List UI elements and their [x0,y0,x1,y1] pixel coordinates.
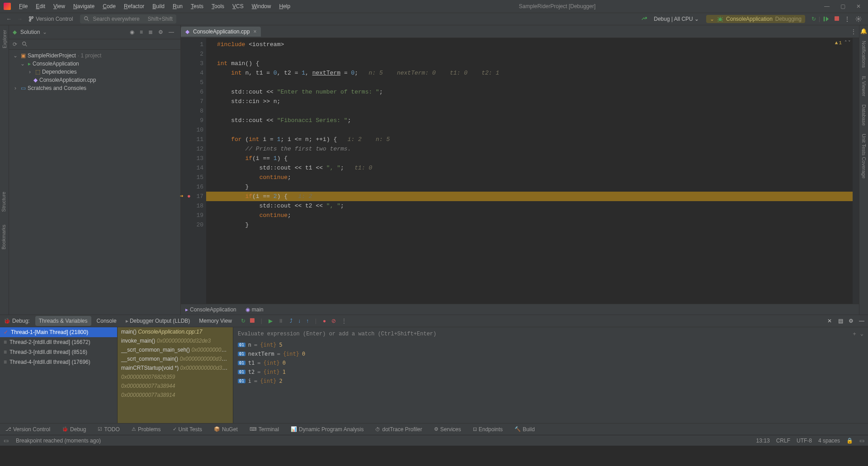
frame-row[interactable]: 0x0000000077a38914 [118,391,233,400]
frame-row[interactable]: main() ConsoleApplication.cpp:17 [118,327,233,336]
frame-row[interactable]: __scrt_common_main_seh() 0x0000000000d32… [118,345,233,354]
bottom-tool-dynamic-program-analysis[interactable]: 📊 Dynamic Program Analysis [289,425,365,433]
editor-more-button[interactable]: ⋮ [848,27,859,37]
tree-app-node[interactable]: ⌄ ▸ ConsoleApplication [12,60,178,68]
debug-hide-button[interactable]: — [859,318,864,324]
frame-row[interactable]: mainCRTStartup(void *) 0x0000000000d32e6… [118,363,233,372]
indent-setting[interactable]: 4 spaces [818,438,840,444]
solution-hide-button[interactable]: — [166,27,177,37]
menu-file[interactable]: File [15,1,31,11]
frame-row[interactable]: invoke_main() 0x0000000000d32de3 [118,336,233,345]
code-area[interactable]: #include <iostream> int main() { int n, … [206,38,859,304]
pause-program-button[interactable]: ⏸ [278,318,283,324]
bottom-tool-endpoints[interactable]: ⊡ Endpoints [471,425,505,433]
notifications-icon[interactable]: 🔔 [860,28,867,34]
variable-row[interactable]: 01 i = {int} 2 [233,377,868,386]
frame-row[interactable]: __scrt_common_main() 0x0000000000d32acd [118,354,233,363]
menu-build[interactable]: Build [149,1,168,11]
variable-row[interactable]: 01 nextTerm = {int} 0 [233,349,868,358]
step-into-button[interactable]: ↓ [298,318,301,324]
left-tab-bookmarks[interactable]: Bookmarks [0,223,7,251]
debug-tab-memory[interactable]: Memory View [195,316,235,326]
vcs-branch-button[interactable]: Version Control [25,14,75,24]
menu-tests[interactable]: Tests [187,1,207,11]
menu-tools[interactable]: Tools [208,1,228,11]
tab-close-button[interactable]: × [253,28,256,35]
bottom-tool-build[interactable]: 🔨 Build [513,425,537,433]
debugging-status-pill[interactable]: ⌄ ConsoleApplication Debugging [706,15,805,24]
stop-debug-button[interactable] [250,318,255,324]
file-encoding[interactable]: UTF-8 [797,438,812,444]
thread-row[interactable]: ≡ Thread-3-[ntdll.dll thread] (8516) [0,347,117,357]
nav-forward-button[interactable]: → [14,14,25,24]
thread-row[interactable]: ≡ Thread-4-[ntdll.dll thread] (17696) [0,357,117,367]
tree-project-root[interactable]: ⌄ ▣ SampleRiderProject · 1 project [12,52,178,60]
debug-tab-threads[interactable]: Threads & Variables [35,316,91,326]
menu-help[interactable]: Help [275,1,294,11]
step-out-button[interactable]: ↑ [306,318,309,324]
locate-file-button[interactable]: ◉ [127,27,137,37]
variable-row[interactable]: 01 t1 = {int} 0 [233,358,868,367]
editor-body[interactable]: 1234567891011121314151617➔●181920 #inclu… [181,38,859,304]
sync-button[interactable]: ⟳ [13,41,17,47]
left-tab-explorer[interactable]: Explorer [1,28,8,50]
expand-all-button[interactable]: ≡ [137,27,146,37]
search-everywhere[interactable]: Search everywhere Shift+Shift [80,14,176,24]
close-window-button[interactable]: ✕ [853,1,864,11]
nav-back-button[interactable]: ← [4,14,14,24]
menu-edit[interactable]: Edit [32,1,49,11]
bottom-tool-terminal[interactable]: ⌨ Terminal [248,425,281,433]
debug-layout-button[interactable]: ▤ [838,318,843,324]
minimize-button[interactable]: — [821,1,833,11]
resume-button[interactable] [820,14,832,24]
cursor-position[interactable]: 13:13 [756,438,770,444]
bottom-tool-nuget[interactable]: 📦 NuGet [212,425,240,433]
rerun-button[interactable]: ↻ [809,14,819,24]
collapse-all-button[interactable]: ≣ [146,27,156,37]
menu-code[interactable]: Code [99,1,119,11]
bottom-tool-debug[interactable]: 🐞 Debug [60,425,88,433]
build-button[interactable] [638,14,650,24]
add-watch-button[interactable]: ＋ ⌄ [852,330,863,338]
bottom-tool-dottrace-profiler[interactable]: ⏱ dotTrace Profiler [373,425,424,433]
right-tab-coverage[interactable]: Unit Tests Coverage [860,132,868,180]
debug-settings-button[interactable]: ⚙ [849,318,854,324]
bottom-tool-version-control[interactable]: ⎇ Version Control [4,425,52,433]
menu-vcs[interactable]: VCS [229,1,247,11]
line-separator[interactable]: CRLF [776,438,790,444]
thread-row[interactable]: ✓ Thread-1-[Main Thread] (21800) [0,327,117,337]
debug-tab-output[interactable]: ▸ Debugger Output (LLDB) [122,316,194,326]
solution-settings-button[interactable]: ⚙ [156,27,166,37]
bottom-tool-unit-tests[interactable]: ✓ Unit Tests [171,425,204,433]
thread-row[interactable]: ≡ Thread-2-[ntdll.dll thread] (16672) [0,337,117,347]
rerun-debug-button[interactable]: ↻ [241,318,245,324]
variable-row[interactable]: 01 t2 = {int} 1 [233,367,868,377]
view-breakpoints-button[interactable]: ● [323,318,326,324]
mute-breakpoints-button[interactable]: ⊘ [331,318,336,324]
variable-row[interactable]: 01 n = {int} 5 [233,340,868,349]
bottom-tool-services[interactable]: ⚙ Services [432,425,463,433]
debug-more-button[interactable]: ⋮ [341,318,347,324]
run-config-selector[interactable]: Debug | All CPU ⌄ [650,15,703,23]
evaluate-input[interactable]: Evaluate expression (Enter) or add a wat… [233,327,868,340]
warnings-indicator[interactable]: ▲1 ˄ ˅ [835,40,851,46]
toolbar-more-button[interactable]: ⋮ [842,14,853,24]
step-over-button[interactable]: ⤴ [290,318,292,324]
debug-tab-console[interactable]: Console [93,316,120,326]
tree-deps-node[interactable]: › ⬚ Dependencies [12,68,178,76]
tree-scratches-node[interactable]: › ▭ Scratches and Consoles [12,84,178,92]
right-tab-database[interactable]: Database [860,103,868,127]
crumb-project[interactable]: ▸ConsoleApplication [185,306,236,313]
search-icon[interactable] [22,41,28,47]
resume-program-button[interactable]: ▶ [269,318,273,324]
menu-run[interactable]: Run [169,1,186,11]
readonly-lock-icon[interactable]: 🔒 [846,438,853,444]
right-tab-il-viewer[interactable]: IL Viewer [860,74,868,98]
memory-indicator[interactable]: ▭ [859,438,864,444]
debug-close-button[interactable]: ✕ [827,318,832,324]
frame-row[interactable]: 0x0000000076826359 [118,372,233,381]
tree-file-node[interactable]: ◆ ConsoleApplication.cpp [12,76,178,84]
editor-tab-active[interactable]: ◆ ConsoleApplication.cpp × [181,27,261,37]
bottom-tool-todo[interactable]: ☑ TODO [96,425,121,433]
frame-row[interactable]: 0x0000000077a38944 [118,381,233,391]
